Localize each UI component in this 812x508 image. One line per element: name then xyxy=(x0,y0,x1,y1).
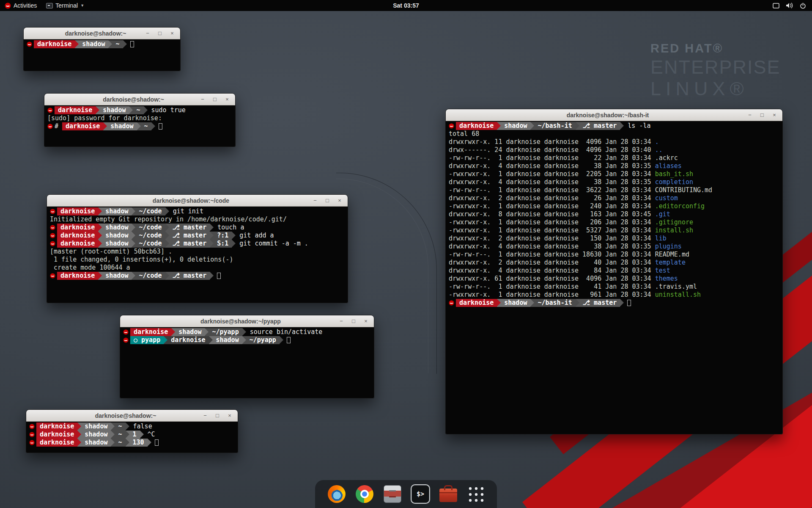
prompt-segment-host: shadow xyxy=(81,431,111,439)
minimize-button[interactable]: − xyxy=(338,318,345,325)
prompt-segment-venv_user: darknoise xyxy=(167,336,208,344)
terminal-line: darknoiseshadow~/bash-it⎇ master xyxy=(449,299,779,307)
prompt-segment-host: shadow xyxy=(501,299,530,307)
power-icon[interactable] xyxy=(800,3,806,9)
terminal-line: darknoiseshadow~/code⎇ master touch a xyxy=(50,224,345,232)
maximize-button[interactable]: □ xyxy=(211,96,218,103)
terminal-line: darknoiseshadow~1 ^C xyxy=(29,431,235,439)
command-text: git commit -a -m . xyxy=(236,240,308,248)
titlebar[interactable]: darknoise@shadow:~/pyapp−□× xyxy=(120,315,374,327)
prompt-segment-user: darknoise xyxy=(34,40,75,48)
titlebar[interactable]: darknoise@shadow:~−□× xyxy=(26,410,238,422)
close-button[interactable]: × xyxy=(362,318,369,325)
terminal-line: -rwxrwxr-x. 1 darknoise darknoise 206 Ja… xyxy=(449,218,779,226)
minimize-button[interactable]: − xyxy=(144,30,151,37)
maximize-button[interactable]: □ xyxy=(759,112,765,119)
terminal-content[interactable]: darknoiseshadow~/bash-it⎇ master ls -lat… xyxy=(446,121,782,434)
powerline-separator-icon xyxy=(132,232,135,240)
volume-icon[interactable] xyxy=(786,3,793,8)
redhat-prompt-icon xyxy=(27,40,34,48)
dock-toolbox-icon[interactable] xyxy=(439,489,457,502)
terminal-content[interactable]: darknoiseshadow~ falsedarknoiseshadow~1 … xyxy=(26,422,238,453)
keyboard-layout-icon[interactable] xyxy=(773,3,779,8)
file-name: .git xyxy=(655,210,670,218)
prompt-segment-path: ~ xyxy=(115,422,125,431)
titlebar[interactable]: darknoise@shadow:~/bash-it−□× xyxy=(446,109,782,121)
terminal-cursor xyxy=(159,123,162,130)
file-name: custom xyxy=(655,194,678,202)
prompt-segment-branch: ⎇ master xyxy=(169,224,210,232)
powerline-separator-icon xyxy=(209,336,213,344)
powerline-separator-icon xyxy=(132,240,135,248)
output-text: [master (root-commit) 50bcb63] . xyxy=(50,248,172,256)
prompt-segment-host: shadow xyxy=(81,439,111,447)
terminal-line: darknoiseshadow~/code⎇ master xyxy=(50,272,345,280)
window-title: darknoise@shadow:~/bash-it xyxy=(463,112,753,119)
dock-files-icon[interactable] xyxy=(384,485,401,503)
file-name: uninstall.sh xyxy=(655,291,701,299)
redhat-prompt-icon xyxy=(50,240,57,248)
prompt-segment-path: ~ xyxy=(141,122,151,130)
maximize-button[interactable]: □ xyxy=(350,318,357,325)
maximize-button[interactable]: □ xyxy=(324,197,331,204)
clock[interactable]: Sat 03:57 xyxy=(0,2,812,9)
minimize-button[interactable]: − xyxy=(746,112,753,119)
close-button[interactable]: × xyxy=(226,412,233,419)
close-button[interactable]: × xyxy=(771,112,778,119)
terminal-line: darknoiseshadow~ xyxy=(27,40,177,48)
terminal-content[interactable]: darknoiseshadow~ xyxy=(24,39,180,71)
minimize-button[interactable]: − xyxy=(202,412,208,419)
file-name: . xyxy=(655,138,659,146)
titlebar[interactable]: darknoise@shadow:~−□× xyxy=(44,94,235,105)
maximize-button[interactable]: □ xyxy=(156,30,163,37)
powerline-separator-icon xyxy=(77,439,81,447)
powerline-separator-icon xyxy=(497,299,501,307)
file-name: install.sh xyxy=(655,226,693,235)
terminal-line: darknoiseshadow~/pyapp source bin/activa… xyxy=(123,328,371,336)
powerline-separator-icon xyxy=(242,336,246,344)
titlebar[interactable]: darknoise@shadow:~−□× xyxy=(24,28,180,39)
file-entry-meta: -rw-rw-r--. 1 darknoise darknoise 3622 J… xyxy=(449,186,655,194)
titlebar[interactable]: darknoise@shadow:~/code−□× xyxy=(47,195,348,207)
powerline-separator-icon xyxy=(242,328,246,336)
maximize-button[interactable]: □ xyxy=(214,412,221,419)
terminal-cursor xyxy=(287,337,291,343)
powerline-separator-icon xyxy=(210,240,214,248)
terminal-content[interactable]: darknoiseshadow~/code git initInitialize… xyxy=(47,207,348,303)
terminal-line: darknoiseshadow~/code git init xyxy=(50,207,345,215)
close-button[interactable]: × xyxy=(224,96,230,103)
dock-firefox-icon[interactable] xyxy=(328,485,346,503)
window-bashit: darknoise@shadow:~/bash-it−□×darknoisesh… xyxy=(445,109,783,434)
window-sudo: darknoise@shadow:~−□×darknoiseshadow~ su… xyxy=(44,93,236,147)
terminal-content[interactable]: darknoiseshadow~ sudo true[sudo] passwor… xyxy=(44,105,235,146)
powerline-separator-icon xyxy=(576,122,579,130)
powerline-separator-icon xyxy=(165,207,169,215)
powerline-separator-icon xyxy=(165,232,169,240)
powerline-separator-icon xyxy=(129,106,133,114)
terminal-content[interactable]: darknoiseshadow~/pyapp source bin/activa… xyxy=(120,327,374,398)
output-text: 1 file changed, 0 insertions(+), 0 delet… xyxy=(50,256,233,264)
dock-app-grid-icon[interactable] xyxy=(467,486,484,502)
dock-terminal-icon[interactable]: $> xyxy=(411,485,429,503)
powerline-separator-icon xyxy=(151,122,155,130)
command-text: false xyxy=(129,422,152,431)
dock-chrome-icon[interactable] xyxy=(356,485,373,503)
redhat-prompt-icon xyxy=(29,431,36,439)
powerline-separator-icon xyxy=(132,272,135,280)
prompt-segment-path: ~/code xyxy=(135,207,165,215)
file-entry-meta: -rwxrwxr-x. 1 darknoise darknoise 206 Ja… xyxy=(449,218,655,226)
activities-button[interactable]: Activities xyxy=(0,0,41,11)
terminal-prompt-glyph: $> xyxy=(417,490,424,498)
powerline-separator-icon xyxy=(111,431,115,439)
root-prompt-hash: # xyxy=(55,122,62,130)
close-button[interactable]: × xyxy=(169,30,176,37)
powerline-separator-icon xyxy=(103,122,107,130)
app-menu-terminal[interactable]: Terminal ▼ xyxy=(41,0,89,11)
close-button[interactable]: × xyxy=(336,197,343,204)
minimize-button[interactable]: − xyxy=(199,96,206,103)
powerline-separator-icon xyxy=(210,224,214,232)
powerline-separator-icon xyxy=(132,224,135,232)
terminal-line: -rwxrwxr-x. 1 darknoise darknoise 5327 J… xyxy=(449,226,779,235)
minimize-button[interactable]: − xyxy=(312,197,318,204)
prompt-segment-host: shadow xyxy=(501,122,530,130)
